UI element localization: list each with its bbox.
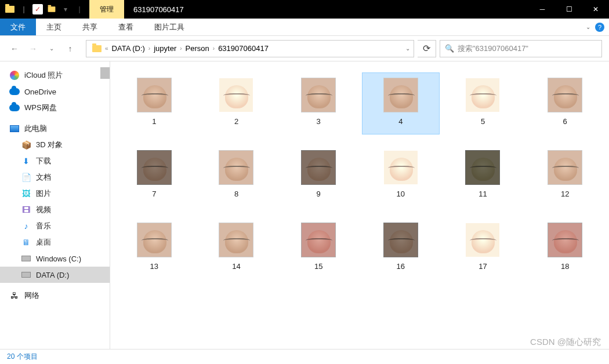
sidebar-item[interactable]: WPS网盘 (0, 100, 110, 116)
thumbnail (383, 78, 418, 112)
ribbon-tabs: 文件 主页 共享 查看 图片工具 ⌄ ? (0, 19, 609, 36)
folder-type-icon: ⬇ (21, 156, 31, 166)
sidebar-item[interactable]: 📄文档 (0, 169, 110, 185)
breadcrumb-seg[interactable]: DATA (D:) (110, 44, 147, 53)
properties-icon[interactable]: ✓ (32, 4, 43, 14)
refresh-button[interactable]: ⟳ (418, 40, 436, 57)
sidebar-item[interactable]: ♪音乐 (0, 218, 110, 234)
file-item[interactable]: 7 (116, 145, 193, 206)
file-item[interactable]: 4 (362, 73, 439, 134)
tab-picture-tools[interactable]: 图片工具 (144, 19, 195, 35)
file-item[interactable]: 18 (527, 218, 603, 279)
sidebar-drive[interactable]: DATA (D:) (0, 267, 110, 283)
file-name: 11 (478, 190, 487, 198)
file-name: 14 (232, 262, 240, 271)
sidebar-item[interactable]: 🖥桌面 (0, 234, 110, 250)
file-item[interactable]: 12 (527, 145, 603, 206)
file-item[interactable]: 3 (280, 73, 357, 134)
sidebar-item[interactable]: 🖼图片 (0, 185, 110, 202)
file-name: 3 (317, 117, 321, 126)
tab-home[interactable]: 主页 (36, 19, 72, 35)
chevron-right-icon[interactable]: › (212, 45, 216, 52)
chevron-right-icon[interactable]: › (147, 45, 151, 52)
thumbnail (137, 223, 172, 257)
thumbnail (548, 78, 582, 112)
file-name: 13 (150, 262, 158, 271)
nav-row: ← → ⌄ ↑ « DATA (D:) › jupyter › Person ›… (0, 36, 609, 61)
breadcrumb-seg[interactable]: Person (183, 44, 212, 53)
sidebar-item[interactable]: 🎞视频 (0, 202, 110, 218)
icloud-icon (9, 70, 20, 81)
status-item-count: 20 个项目 (7, 352, 38, 362)
file-item[interactable]: 14 (198, 218, 275, 279)
file-name: 2 (234, 117, 238, 126)
window-controls: ─ ☐ ✕ (529, 0, 609, 19)
file-item[interactable]: 6 (527, 73, 603, 134)
sidebar-item-label: WPS网盘 (24, 103, 57, 113)
file-item[interactable]: 5 (445, 73, 521, 134)
cloud-icon (9, 103, 20, 113)
contextual-tab-manage[interactable]: 管理 (89, 0, 124, 19)
breadcrumb-seg[interactable]: 631907060417 (216, 44, 271, 53)
tab-view[interactable]: 查看 (108, 19, 144, 35)
sidebar-item-label: DATA (D:) (36, 271, 69, 279)
sidebar-network[interactable]: 🖧 网络 (0, 287, 110, 304)
search-icon: 🔍 (445, 44, 454, 53)
recent-chevron-down-icon[interactable]: ⌄ (44, 41, 59, 56)
sidebar-this-pc[interactable]: 此电脑 (0, 121, 110, 137)
sidebar-item-label: 视频 (36, 205, 51, 215)
maximize-button[interactable]: ☐ (556, 0, 582, 19)
ribbon-expand-icon[interactable]: ⌄ (586, 24, 590, 30)
close-button[interactable]: ✕ (582, 0, 609, 19)
file-item[interactable]: 8 (198, 145, 275, 206)
scrollbar-thumb[interactable] (100, 67, 110, 79)
file-item[interactable]: 9 (280, 145, 357, 206)
thumbnail (383, 150, 418, 185)
sidebar-item[interactable]: OneDrive (0, 83, 110, 100)
qat-chevron-down-icon[interactable]: ▾ (60, 4, 71, 14)
folder-small-icon[interactable] (46, 4, 57, 14)
file-item[interactable]: 1 (116, 73, 193, 134)
sidebar-item[interactable]: 📦3D 对象 (0, 137, 110, 153)
forward-button[interactable]: → (26, 41, 41, 56)
sidebar-drive[interactable]: Windows (C:) (0, 250, 110, 267)
thumbnail (137, 78, 172, 112)
chevron-left-icon[interactable]: « (104, 45, 110, 52)
file-item[interactable]: 10 (362, 145, 439, 206)
window-title: 631907060417 (124, 5, 184, 14)
tab-share[interactable]: 共享 (72, 19, 108, 35)
disk-icon (21, 253, 31, 264)
file-item[interactable]: 11 (445, 145, 521, 206)
folder-type-icon: ♪ (21, 221, 31, 231)
breadcrumb-seg[interactable]: jupyter (151, 44, 179, 53)
sidebar-item[interactable]: iCloud 照片 (0, 67, 110, 83)
file-grid: 123456789101112131415161718 (110, 61, 609, 349)
sidebar-item-label: 下载 (36, 156, 51, 166)
sidebar-item[interactable]: ⬇下载 (0, 153, 110, 169)
titlebar: | ✓ ▾ | 管理 631907060417 ─ ☐ ✕ (0, 0, 609, 19)
sidebar-item-label: 此电脑 (24, 123, 47, 134)
file-item[interactable]: 17 (445, 218, 521, 279)
qat-end-divider: | (74, 4, 85, 14)
search-input[interactable]: 🔍 搜索"631907060417" (440, 40, 602, 57)
chevron-right-icon[interactable]: › (179, 45, 183, 52)
file-item[interactable]: 13 (116, 218, 193, 279)
breadcrumb[interactable]: « DATA (D:) › jupyter › Person › 6319070… (86, 40, 414, 57)
file-name: 18 (561, 262, 569, 271)
minimize-button[interactable]: ─ (529, 0, 556, 19)
folder-icon[interactable] (5, 4, 15, 14)
thumbnail (301, 150, 336, 185)
tab-file[interactable]: 文件 (0, 19, 36, 35)
file-item[interactable]: 15 (280, 218, 357, 279)
file-item[interactable]: 16 (362, 218, 439, 279)
history-chevron-down-icon[interactable]: ⌄ (405, 45, 410, 52)
sidebar-item-label: Windows (C:) (36, 254, 81, 263)
folder-type-icon: 📄 (21, 172, 31, 183)
file-item[interactable]: 2 (198, 73, 275, 134)
help-icon[interactable]: ? (595, 23, 604, 32)
up-button[interactable]: ↑ (63, 41, 78, 56)
back-button[interactable]: ← (7, 41, 22, 56)
thumbnail (137, 150, 172, 185)
file-name: 15 (314, 262, 322, 271)
sidebar-item-label: iCloud 照片 (24, 70, 63, 81)
